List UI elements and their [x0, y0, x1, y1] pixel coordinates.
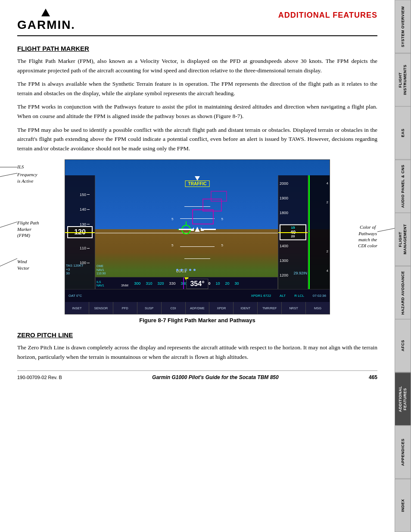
softkey-sensor[interactable]: SENSOR	[89, 302, 113, 314]
main-content: GARMIN . ADDITIONAL FEATURES FLIGHT PATH…	[0, 0, 395, 389]
pitch-num-5dn: 5	[171, 243, 173, 247]
softkey-xpdr[interactable]: XPDR	[209, 302, 234, 314]
sidebar-tab-system-overview[interactable]: SYSTEM OVERVIEW	[395, 0, 411, 53]
alt-mode-display: ALT	[280, 294, 286, 298]
sidebar-tab-flight-instruments[interactable]: FLIGHT INSTRUMENTS	[395, 53, 411, 107]
softkey-ident[interactable]: IDENT	[234, 302, 258, 314]
traffic-label: TRAFFIC	[185, 180, 210, 187]
softkey-pfd[interactable]: PFD	[113, 302, 137, 314]
speed-130: 130	[65, 222, 93, 227]
sidebar-tab-additional-features[interactable]: ADDITIONAL FEATURES	[395, 373, 411, 426]
sidebar-tab-index[interactable]: INDEX	[395, 479, 411, 532]
course-line	[183, 277, 184, 289]
hdg-010: 10	[216, 281, 220, 286]
zero-pitch-line-section: ZERO PITCH LINE The Zero Pitch Line is d…	[17, 331, 377, 361]
footer-title: Garmin G1000 Pilot's Guide for the Socat…	[152, 374, 279, 380]
sidebar-tab-eas[interactable]: EAS	[395, 106, 411, 160]
svg-line-1	[0, 173, 17, 177]
alt-2000: 2000	[280, 181, 288, 186]
hdg-300: 300	[134, 281, 140, 286]
xpdr-display: XPDR1 6722	[251, 294, 271, 298]
figure-8-7-container: ILS Frequencyis Active Flight PathMarker…	[17, 159, 377, 324]
fpm-para-1: The Flight Path Marker (FPM), also known…	[17, 56, 377, 75]
pitch-num-5r: 5	[221, 217, 223, 221]
pitch-num-5: 5	[171, 217, 173, 221]
ils-label: ILS	[97, 280, 104, 284]
hdg-320: 320	[157, 281, 164, 286]
softkey-cdi[interactable]: CDI	[162, 302, 186, 314]
bank-angle-indicator	[195, 176, 200, 180]
nav1-freq: 110.90	[97, 272, 106, 275]
page-header: GARMIN . ADDITIONAL FEATURES	[17, 9, 377, 36]
course-number-value: 354°	[190, 280, 204, 288]
figure-caption: Figure 8-7 Flight Path Marker and Pathwa…	[65, 317, 330, 324]
sidebar-tab-flight-management[interactable]: FLIGHT MANAGEMENT	[395, 213, 411, 266]
wind-vector-annotation: WindVector	[17, 258, 29, 271]
softkey-adfdme[interactable]: ADF/DME	[186, 302, 210, 314]
garmin-dot: .	[72, 18, 75, 32]
oat-display: OAT 0°C	[68, 294, 82, 298]
softkey-tmrref[interactable]: TMR/REF	[258, 302, 282, 314]
softkey-susp[interactable]: SUSP	[137, 302, 162, 314]
alt-1800: 1800	[280, 211, 288, 215]
svg-line-3	[0, 258, 17, 266]
softkey-inset[interactable]: INSET	[65, 302, 89, 314]
left-annotations: ILS Frequencyis Active Flight PathMarker…	[17, 159, 60, 324]
fpm-para-4: The FPM may also be used to identify a p…	[17, 125, 377, 153]
bottom-info-bar: OAT 0°C XPDR1 6722 ALT R LCL 07:02:36	[65, 289, 330, 302]
svg-line-2	[0, 222, 17, 227]
frequency-active-annotation: Frequencyis Active	[17, 171, 37, 184]
sidebar-tab-appendices[interactable]: APPENDICES	[395, 426, 411, 479]
fpm-para-2: The FPM is always available when the Syn…	[17, 79, 377, 98]
ils-nav1-bottom: ILS NAV1	[97, 280, 104, 288]
speed-150: 150	[65, 193, 93, 197]
loc-dot-3	[185, 269, 187, 271]
nav1-bottom-label: NAV1	[97, 284, 104, 287]
pitch-num-5dn-r: 5	[221, 243, 223, 247]
hdg-030: 30	[235, 281, 239, 286]
time-display: 07:02:36	[313, 294, 326, 298]
garmin-triangle-icon	[41, 9, 50, 16]
pathway-box-3	[211, 191, 227, 202]
flight-path-marker-heading: FLIGHT PATH MARKER	[17, 45, 377, 52]
softkeys-row: INSET SENSOR PFD SUSP CDI ADF/DME XPDR I…	[65, 302, 330, 314]
nav1-loc-label: NAV1	[97, 268, 106, 272]
airplane-symbol	[179, 227, 216, 232]
pitch-line-5dn	[180, 246, 215, 247]
sidebar-tab-audio-panel-cns[interactable]: AUDIO PANEL & CNS	[395, 160, 411, 213]
rcl-display: R LCL	[294, 294, 304, 298]
vsi-scale	[308, 175, 310, 289]
loc-dots	[176, 269, 196, 271]
speed-140: 140	[65, 207, 93, 212]
sidebar-tab-afcs[interactable]: AFCS	[395, 319, 411, 373]
wind-display: +330	[66, 268, 84, 275]
alt-1300: 1300	[280, 258, 288, 263]
hdg-330: 330	[169, 281, 175, 286]
loc-dot-2	[181, 269, 183, 271]
pathway-box-1	[192, 209, 214, 224]
softkey-msg[interactable]: MSG	[306, 302, 330, 314]
vsi-2dn: 2	[327, 249, 328, 253]
loc-dot-4	[189, 269, 191, 271]
vsi-4dn: 4	[327, 269, 328, 273]
barometer-display: 29.92IN	[293, 271, 307, 275]
page-title: ADDITIONAL FEATURES	[278, 9, 377, 20]
alt-1900: 1900	[280, 196, 288, 200]
fpm-para-3: The FPM works in conjunction with the Pa…	[17, 102, 377, 121]
vsi-4up: 4	[327, 181, 328, 185]
right-sidebar: SYSTEM OVERVIEW FLIGHT INSTRUMENTS EAS A…	[395, 0, 411, 532]
footer-part-number: 190-00709-02 Rev. B	[17, 375, 62, 380]
alt-reference-line	[278, 232, 308, 233]
annotation-lines-svg	[0, 159, 17, 314]
softkey-nrst[interactable]: NRST	[282, 302, 306, 314]
vsi-tape: 4 2 2 4	[308, 175, 330, 289]
garmin-wordmark: GARMIN	[17, 18, 72, 32]
speed-110: 110	[65, 246, 93, 250]
course-number-box: 354°	[186, 279, 208, 289]
svg-line-4	[377, 228, 395, 232]
vsi-2up: 2	[327, 200, 328, 204]
pfd-display-wrapper: NAV1 108.80 ↔ 110.90 IIIXD CRS 356° → 30…	[65, 159, 330, 314]
sidebar-tab-hazard-avoidance[interactable]: HAZARD AVOIDANCE	[395, 266, 411, 320]
flight-path-marker-section: FLIGHT PATH MARKER The Flight Path Marke…	[17, 45, 377, 153]
alt-1400: 1400	[280, 244, 288, 248]
